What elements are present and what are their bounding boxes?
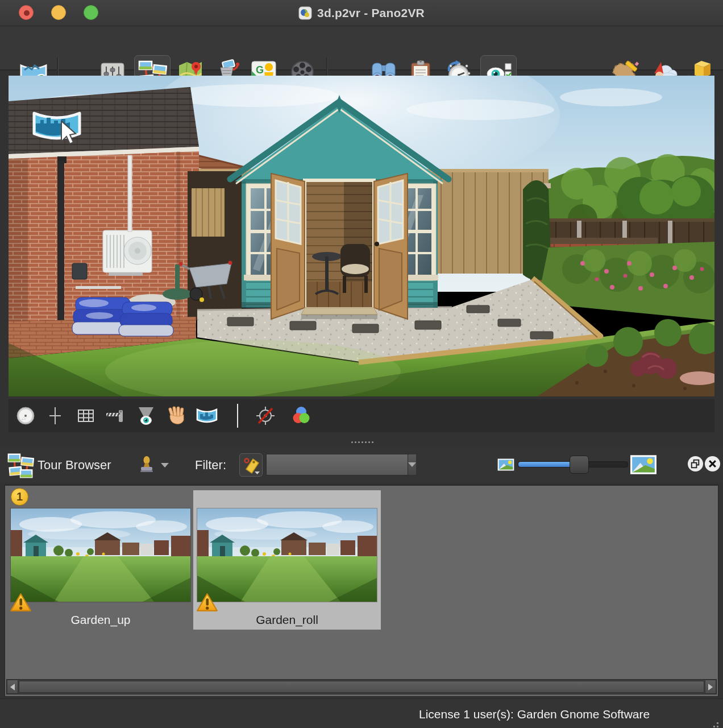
compass-button[interactable] — [14, 404, 37, 427]
undock-panel-button[interactable] — [687, 456, 704, 472]
filter-combobox[interactable] — [266, 454, 410, 475]
garden-up-thumbnail — [11, 508, 190, 602]
title-bar[interactable]: 3d.p2vr - Pano2VR — [0, 0, 723, 26]
panorama-tile-garden-roll[interactable]: Garden_roll — [193, 490, 381, 630]
warning-icon — [10, 593, 32, 613]
filter-tag-button[interactable] — [239, 453, 263, 477]
hand-icon — [167, 406, 187, 426]
panorama-projection-icon — [196, 407, 218, 425]
zoom-window-button[interactable] — [84, 5, 98, 20]
tag-icon — [242, 456, 261, 475]
app-window: 3d.p2vr - Pano2VR G — [0, 0, 723, 728]
rgb-circles-icon — [291, 406, 311, 426]
limits-button[interactable] — [104, 404, 127, 427]
close-icon — [704, 456, 721, 472]
float-window-icon — [687, 456, 704, 472]
field-of-view-button[interactable] — [135, 404, 157, 427]
filter-label: Filter: — [195, 458, 226, 473]
panorama-hotspot-icon — [30, 105, 84, 150]
panorama-hotspot[interactable] — [30, 105, 84, 150]
pan-mode-button[interactable] — [165, 404, 188, 427]
thumbnail-size-large-icon — [630, 454, 657, 475]
thumbnail-size-slider[interactable] — [518, 461, 628, 468]
projection-button[interactable] — [196, 404, 218, 427]
panorama-name: Garden_roll — [193, 613, 381, 627]
resize-grip[interactable] — [717, 722, 718, 724]
horizontal-scrollbar[interactable] — [6, 679, 717, 694]
grid-icon — [76, 406, 96, 426]
tour-browser-list: 1 Garden_up Garden_roll — [5, 485, 718, 697]
status-bar: License 1 user(s): Garden Gnome Software — [0, 698, 723, 728]
splitter-handle[interactable] — [351, 441, 353, 443]
thumbnail-size-small-icon — [497, 458, 514, 471]
crosshair-button[interactable] — [44, 404, 67, 427]
color-correction-button[interactable] — [290, 404, 313, 427]
stamp-icon — [138, 456, 157, 475]
minimize-window-button[interactable] — [51, 5, 66, 20]
filter-input[interactable] — [267, 454, 408, 475]
viewer-toolbar — [9, 399, 714, 432]
view-cone-eye-icon — [136, 406, 156, 426]
chevron-down-icon — [408, 462, 416, 467]
close-panel-button[interactable] — [704, 456, 721, 472]
close-window-button[interactable] — [19, 5, 34, 20]
tour-browser-title: Tour Browser — [38, 458, 111, 473]
svg-text:G: G — [256, 64, 264, 76]
viewer-toolbar-separator — [237, 404, 238, 428]
main-toolbar: G — [0, 26, 723, 71]
app-icon — [298, 6, 312, 20]
scroll-left-button[interactable] — [7, 680, 18, 694]
license-status: License 1 user(s): Garden Gnome Software — [419, 708, 650, 721]
panorama-viewport[interactable] — [9, 76, 714, 396]
reset-view-button[interactable] — [254, 404, 277, 427]
compass-icon — [15, 406, 36, 426]
scrollbar-thumb[interactable] — [19, 681, 704, 693]
window-controls — [19, 5, 98, 20]
panorama-name: Garden_up — [7, 613, 194, 627]
arrow-right-icon — [708, 684, 713, 690]
stamp-dropdown-caret — [161, 463, 169, 468]
window-title: 3d.p2vr - Pano2VR — [317, 6, 425, 20]
id-stamp-button[interactable] — [138, 454, 170, 476]
garden-panorama-image — [9, 76, 714, 396]
crosshair-icon — [45, 406, 65, 426]
start-panorama-badge: 1 — [11, 488, 28, 506]
grid-button[interactable] — [74, 404, 97, 427]
arrow-left-icon — [10, 684, 15, 690]
filter-dropdown-button[interactable] — [408, 454, 416, 475]
tour-browser-header: Tour Browser Filter: — [0, 448, 723, 482]
target-disabled-icon — [255, 406, 276, 426]
panorama-tile-garden-up[interactable]: 1 Garden_up — [7, 490, 194, 630]
tour-browser-panel-icon — [7, 452, 34, 479]
slider-handle[interactable] — [570, 456, 589, 474]
scroll-right-button[interactable] — [705, 680, 716, 694]
barrier-icon — [105, 406, 126, 426]
garden-roll-thumbnail — [197, 508, 377, 602]
warning-icon — [196, 593, 218, 613]
